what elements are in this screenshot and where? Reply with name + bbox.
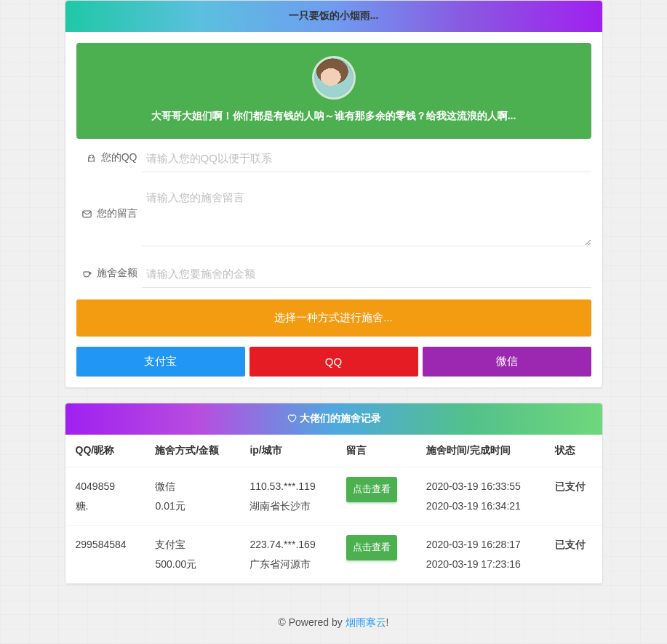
amount-input[interactable] [142,260,591,288]
footer-link[interactable]: 烟雨寒云 [346,616,386,628]
pay-qq-button[interactable]: QQ [249,347,418,377]
footer: © Powered by 烟雨寒云! [65,599,603,629]
submit-button[interactable]: 选择一种方式进行施舍... [76,299,591,337]
records-table: QQ/昵称 施舍方式/金额 ip/城市 留言 施舍时间/完成时间 状态 4049… [65,435,602,584]
col-qq: QQ/昵称 [65,435,145,467]
view-message-button[interactable]: 点击查看 [346,477,397,502]
qq-label: 您的QQ [76,145,142,164]
col-ip: ip/城市 [239,435,336,467]
records-panel: 大佬们的施舍记录 QQ/昵称 施舍方式/金额 ip/城市 留言 施舍时间/完成时… [65,403,603,584]
status-badge: 已支付 [545,467,602,526]
intro-banner: 大哥哥大姐们啊！你们都是有钱的人呐～谁有那多余的零钱？给我这流浪的人啊... [76,43,591,139]
col-msg: 留言 [336,435,416,467]
svg-point-0 [89,157,90,158]
amount-label: 施舍金额 [76,260,142,280]
col-method: 施舍方式/金额 [145,435,239,467]
pay-alipay-button[interactable]: 支付宝 [76,347,245,377]
intro-message: 大哥哥大姐们啊！你们都是有钱的人呐～谁有那多余的零钱？给我这流浪的人啊... [91,110,577,123]
message-label: 您的留言 [76,184,142,220]
panel-title: 一只要饭的小烟雨... [65,1,602,32]
records-title: 大佬们的施舍记录 [65,403,602,435]
pay-wechat-button[interactable]: 微信 [423,347,591,377]
cup-icon [81,268,92,279]
message-input[interactable] [142,184,591,246]
heart-icon [287,413,297,425]
table-row: 4049859糖. 微信0.01元 110.53.***.119湖南省长沙市 点… [65,467,602,526]
view-message-button[interactable]: 点击查看 [346,535,397,560]
donation-panel: 一只要饭的小烟雨... 大哥哥大姐们啊！你们都是有钱的人呐～谁有那多余的零钱？给… [65,0,603,388]
qq-input[interactable] [142,145,591,172]
table-row: 299584584 支付宝500.00元 223.74.***.169广东省河源… [65,526,602,584]
svg-rect-2 [82,211,90,217]
col-status: 状态 [545,435,602,467]
avatar [312,56,356,100]
ghost-icon [86,153,97,164]
col-time: 施舍时间/完成时间 [416,435,545,467]
status-badge: 已支付 [545,526,602,584]
svg-point-1 [92,157,92,158]
mail-icon [81,209,92,220]
